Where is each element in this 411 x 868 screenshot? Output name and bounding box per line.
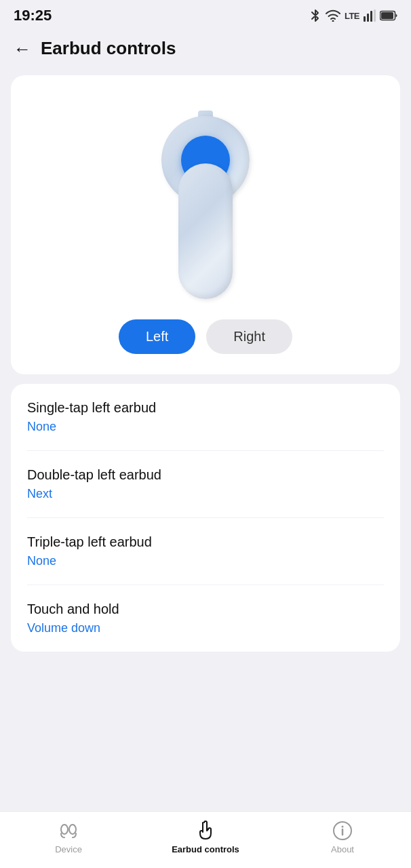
nav-item-device[interactable]: Device — [0, 820, 137, 854]
svg-point-7 — [61, 825, 68, 834]
single-tap-item[interactable]: Single-tap left earbud None — [27, 384, 384, 451]
double-tap-label: Double-tap left earbud — [27, 467, 384, 483]
touch-hold-label: Touch and hold — [27, 601, 384, 617]
svg-rect-1 — [364, 16, 366, 22]
about-icon — [332, 820, 353, 842]
signal-icon — [364, 9, 376, 22]
wifi-icon — [326, 9, 340, 22]
status-time: 19:25 — [14, 7, 52, 24]
nav-earbud-controls-label: Earbud controls — [172, 844, 239, 854]
nav-device-label: Device — [55, 844, 82, 854]
bottom-nav: Device Earbud controls About — [0, 811, 411, 868]
svg-rect-6 — [381, 12, 393, 19]
svg-rect-2 — [367, 14, 369, 22]
left-tab-button[interactable]: Left — [119, 319, 195, 354]
double-tap-item[interactable]: Double-tap left earbud Next — [27, 451, 384, 518]
svg-point-10 — [342, 826, 344, 828]
svg-rect-4 — [374, 9, 376, 22]
triple-tap-label: Triple-tap left earbud — [27, 534, 384, 550]
right-tab-button[interactable]: Right — [206, 319, 292, 354]
earbud-card: Left Right — [11, 75, 400, 374]
svg-point-0 — [332, 20, 334, 22]
double-tap-value: Next — [27, 487, 384, 501]
touch-icon — [195, 820, 216, 842]
page-title: Earbud controls — [41, 38, 176, 59]
touch-hold-value: Volume down — [27, 621, 384, 635]
back-button[interactable]: ← — [14, 40, 31, 58]
status-icons: LTE — [309, 8, 397, 23]
battery-icon — [380, 10, 397, 21]
header: ← Earbud controls — [0, 28, 411, 68]
svg-rect-3 — [370, 11, 372, 22]
earbud-toggle-group: Left Right — [119, 319, 292, 354]
settings-card: Single-tap left earbud None Double-tap l… — [11, 384, 400, 652]
lte-icon: LTE — [345, 11, 359, 21]
bluetooth-icon — [309, 8, 321, 23]
status-bar: 19:25 LTE — [0, 0, 411, 28]
single-tap-label: Single-tap left earbud — [27, 400, 384, 416]
device-icon — [58, 820, 79, 842]
nav-item-about[interactable]: About — [274, 820, 411, 854]
single-tap-value: None — [27, 420, 384, 434]
svg-point-8 — [69, 825, 76, 834]
triple-tap-value: None — [27, 554, 384, 568]
nav-about-label: About — [331, 844, 354, 854]
nav-item-earbud-controls[interactable]: Earbud controls — [137, 820, 274, 854]
triple-tap-item[interactable]: Triple-tap left earbud None — [27, 518, 384, 585]
earbud-illustration — [144, 96, 267, 299]
earbud-stem — [178, 163, 233, 299]
touch-hold-item[interactable]: Touch and hold Volume down — [27, 585, 384, 652]
